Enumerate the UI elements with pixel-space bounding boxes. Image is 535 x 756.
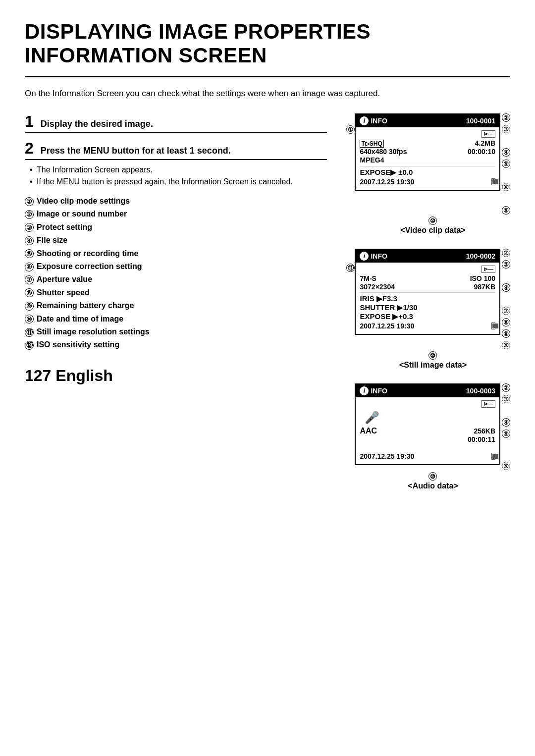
annotation-12: ⑫ ISO sensitivity setting bbox=[25, 338, 327, 351]
step-2: 2 Press the MENU button for at least 1 s… bbox=[25, 140, 327, 188]
iso-still: ISO 100 bbox=[470, 274, 495, 282]
annotation-11: ⑪ Still image resolution settings bbox=[25, 325, 327, 338]
callout-6-video: ⑥ bbox=[502, 183, 510, 191]
video-clip-body: ⊳— T▷SHQ 640x480 30fps MPEG4 4.2MB bbox=[356, 127, 499, 190]
callout-10-video: ⑩ bbox=[428, 216, 437, 225]
callout-9-still: ⑨ bbox=[502, 341, 510, 349]
recording-time-video: 00:00:10 bbox=[468, 148, 495, 156]
video-clip-mode-row: T▷SHQ 640x480 30fps MPEG4 4.2MB 00:00:10 bbox=[360, 139, 495, 164]
info-badge-still: i INFO bbox=[360, 252, 387, 261]
mic-icon-audio: 🎤 bbox=[365, 411, 495, 425]
date-still: 2007.12.25 19:30 bbox=[360, 322, 495, 330]
file-size-still: 987KB bbox=[474, 283, 495, 291]
callout-5-video: ⑤ bbox=[502, 160, 510, 168]
protect-icon-audio: ⊳— bbox=[482, 400, 495, 408]
video-clip-section: ① i INFO 100-0001 ⊳— bbox=[342, 113, 510, 215]
info-badge-audio: i INFO bbox=[360, 386, 387, 395]
callout-4-still: ④ bbox=[502, 283, 510, 292]
battery-icon-audio bbox=[491, 453, 495, 460]
ann-num-2: ② bbox=[25, 210, 34, 219]
callout-7-still: ⑦ bbox=[502, 307, 510, 315]
date-audio: 2007.12.25 19:30 bbox=[360, 452, 495, 460]
video-clip-panel: i INFO 100-0001 ⊳— T▷SHQ 640x480 30fp bbox=[355, 113, 500, 191]
battery-fill-still bbox=[492, 324, 498, 328]
step-2-number: 2 bbox=[25, 140, 34, 156]
callout-3-audio: ③ bbox=[502, 395, 510, 403]
right-column: ① i INFO 100-0001 ⊳— bbox=[342, 113, 510, 496]
audio-section: i INFO 100-0003 ⊳— 🎤 AAC bbox=[342, 383, 510, 470]
annotation-2: ② Image or sound number bbox=[25, 208, 327, 220]
callout-10-still: ⑩ bbox=[428, 351, 437, 360]
tvsho-label: T▷SHQ bbox=[360, 140, 383, 148]
callout-10-pos-audio: ⑩ bbox=[356, 472, 509, 481]
video-clip-mode: T▷SHQ 640x480 30fps MPEG4 bbox=[360, 139, 407, 164]
callout-1-video: ① bbox=[346, 125, 355, 134]
ann-text-8: Shutter speed bbox=[37, 286, 327, 299]
intro-text: On the Information Screen you can check … bbox=[25, 87, 510, 100]
info-label-audio: INFO bbox=[371, 387, 387, 395]
step-1-header: 1 Display the desired image. bbox=[25, 113, 327, 133]
annotation-list: ① Video clip mode settings ② Image or so… bbox=[25, 195, 327, 352]
step-2-bullet-2: If the MENU button is pressed again, the… bbox=[30, 176, 327, 188]
ann-text-4: File size bbox=[37, 234, 327, 247]
left-column: 1 Display the desired image. 2 Press the… bbox=[25, 113, 327, 385]
content-area: 1 Display the desired image. 2 Press the… bbox=[25, 113, 510, 496]
callout-10-video-wrap: ⑩ bbox=[356, 216, 510, 225]
mode-still: 7M-S bbox=[360, 274, 376, 282]
still-image-body: ⊳— 7M-S 3072×2304 ISO 100 987KB bbox=[356, 263, 499, 334]
step-2-bullets: The Information Screen appears. If the M… bbox=[30, 164, 327, 188]
ann-num-4: ④ bbox=[25, 236, 34, 245]
callout-left-still: ⑪ bbox=[342, 249, 355, 272]
battery-fill-video bbox=[492, 179, 498, 184]
info-icon-video: i bbox=[360, 116, 369, 125]
shutter-still: SHUTTER ▶1/30 bbox=[360, 303, 495, 312]
callout-8-still: ⑧ bbox=[502, 318, 510, 326]
video-clip-size-time: 4.2MB 00:00:10 bbox=[468, 139, 495, 164]
ann-text-10: Date and time of image bbox=[37, 313, 327, 325]
callout-5-audio: ⑤ bbox=[502, 430, 510, 438]
info-badge-video: i INFO bbox=[360, 116, 387, 125]
audio-caption-wrap: <Audio data> bbox=[356, 482, 510, 496]
expose-still: EXPOSE ▶+0.3 bbox=[360, 312, 495, 321]
still-image-panel: i INFO 100-0002 ⊳— 7M-S 3072×2304 bbox=[355, 249, 500, 335]
date-value-audio: 2007.12.25 19:30 bbox=[360, 452, 414, 460]
annotation-4: ④ File size bbox=[25, 234, 327, 247]
still-caption-text: <Still image data> bbox=[356, 361, 510, 370]
still-image-header: i INFO 100-0002 bbox=[356, 250, 499, 263]
callout-4-audio: ④ bbox=[502, 418, 510, 427]
file-number-video: 100-0001 bbox=[466, 117, 495, 125]
ann-num-5: ⑤ bbox=[25, 249, 34, 258]
callout-10-audio: ⑩ bbox=[428, 472, 437, 481]
ann-num-7: ⑦ bbox=[25, 275, 34, 284]
annotation-7: ⑦ Aperture value bbox=[25, 273, 327, 286]
ann-num-1: ① bbox=[25, 197, 34, 206]
callout-9-video: ⑨ bbox=[502, 206, 510, 215]
step-2-title: Press the MENU button for at least 1 sec… bbox=[41, 146, 231, 156]
ann-text-6: Exposure correction setting bbox=[37, 260, 327, 273]
callout-6-still: ⑥ bbox=[502, 329, 510, 338]
annotation-3: ③ Protect setting bbox=[25, 221, 327, 234]
ann-num-10: ⑩ bbox=[25, 315, 34, 324]
step-1: 1 Display the desired image. bbox=[25, 113, 327, 133]
callout-2-video: ② bbox=[502, 113, 510, 122]
video-clip-header: i INFO 100-0001 bbox=[356, 114, 499, 127]
audio-codec: AAC bbox=[360, 427, 377, 435]
callout-left-video: ① bbox=[342, 113, 355, 149]
callout-right-video: ② ③ ④ ⑤ ⑥ ⑨ bbox=[500, 113, 510, 215]
file-number-still: 100-0002 bbox=[466, 252, 495, 260]
callout-right-still: ② ③ ④ ⑦ ⑧ ⑥ ⑨ bbox=[500, 249, 510, 349]
battery-icon-video bbox=[491, 178, 495, 185]
step-1-title: Display the desired image. bbox=[41, 119, 153, 129]
callout-9-audio: ⑨ bbox=[502, 462, 510, 470]
step-2-header: 2 Press the MENU button for at least 1 s… bbox=[25, 140, 327, 160]
iris-still: IRIS ▶F3.3 bbox=[360, 292, 495, 303]
ann-num-8: ⑧ bbox=[25, 288, 34, 297]
battery-fill-audio bbox=[492, 454, 498, 459]
ann-text-9: Remaining battery charge bbox=[37, 299, 327, 312]
ann-num-3: ③ bbox=[25, 223, 34, 232]
ann-text-5: Shooting or recording time bbox=[37, 247, 327, 260]
callout-10-still-wrap: ⑩ bbox=[356, 351, 510, 360]
ann-text-3: Protect setting bbox=[37, 221, 327, 234]
video-caption-text: <Video clip data> bbox=[356, 226, 510, 235]
expose-video: EXPOSE▶ ±0.0 bbox=[360, 166, 495, 177]
